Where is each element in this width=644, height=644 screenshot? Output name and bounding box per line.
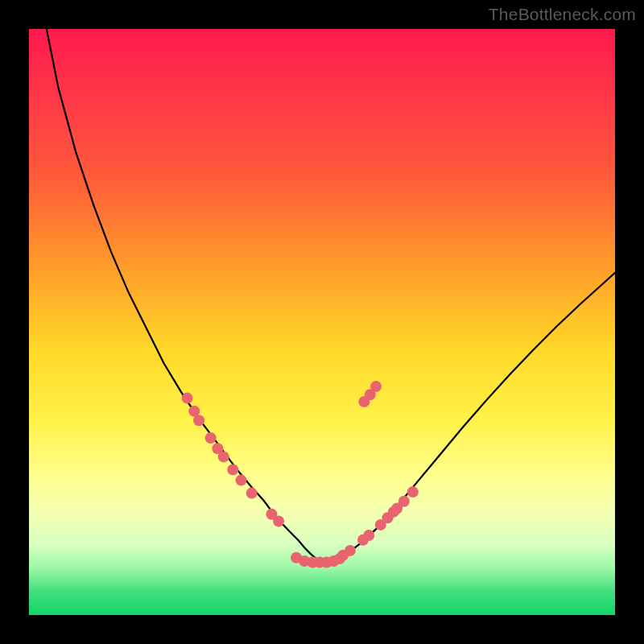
curve-marker [246, 488, 258, 499]
bottleneck-curve-path [47, 29, 615, 563]
curve-marker [205, 432, 217, 444]
outer-frame: TheBottleneck.com [0, 0, 644, 644]
curve-marker [227, 464, 238, 476]
plot-area [29, 29, 615, 615]
curve-marker [370, 381, 382, 392]
curve-marker [345, 545, 356, 556]
curve-marker [407, 486, 419, 497]
curve-marker [193, 415, 204, 426]
curve-markers [182, 381, 419, 568]
curve-marker [218, 451, 229, 462]
bottleneck-curve-svg [29, 29, 615, 615]
curve-marker [398, 496, 410, 507]
curve-marker [236, 475, 247, 486]
curve-marker [363, 530, 374, 541]
curve-marker [273, 516, 284, 527]
curve-marker [182, 393, 193, 404]
watermark-text: TheBottleneck.com [489, 5, 636, 24]
